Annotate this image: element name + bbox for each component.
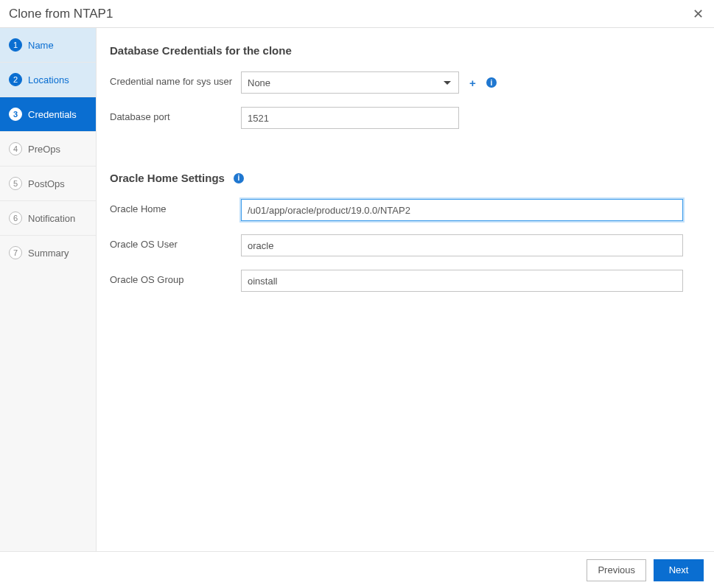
step-number: 6 — [9, 211, 22, 225]
info-icon[interactable]: i — [234, 173, 244, 183]
next-button[interactable]: Next — [654, 559, 704, 581]
step-label: Name — [28, 40, 54, 51]
oracle-os-group-input[interactable] — [241, 270, 683, 292]
row-oracle-os-group: Oracle OS Group — [110, 270, 689, 292]
step-preops[interactable]: 4 PreOps — [0, 132, 96, 167]
step-label: Summary — [28, 248, 69, 259]
step-label: PostOps — [28, 178, 65, 189]
section-title-text: Oracle Home Settings — [110, 172, 225, 184]
section-title-oracle-home: Oracle Home Settings i — [110, 172, 689, 184]
dialog-footer: Previous Next — [0, 551, 714, 588]
step-number: 5 — [9, 177, 22, 190]
section-title-credentials: Database Credentials for the clone — [110, 44, 689, 57]
credential-name-select[interactable]: None — [241, 71, 459, 94]
step-number: 3 — [9, 108, 22, 121]
step-label: PreOps — [28, 144, 60, 155]
step-number: 1 — [9, 38, 22, 52]
oracle-home-input[interactable] — [241, 199, 683, 221]
database-port-input[interactable] — [241, 107, 459, 129]
step-credentials[interactable]: 3 Credentials — [0, 97, 96, 132]
step-label: Notification — [28, 213, 75, 224]
plus-icon[interactable]: + — [469, 77, 476, 89]
label-oracle-os-user: Oracle OS User — [110, 234, 241, 250]
close-icon[interactable]: ✕ — [693, 7, 704, 21]
step-number: 4 — [9, 142, 22, 155]
row-credential-name: Credential name for sys user None + i — [110, 71, 689, 94]
oracle-os-user-input[interactable] — [241, 234, 683, 256]
step-label: Locations — [28, 74, 69, 85]
step-locations[interactable]: 2 Locations — [0, 63, 96, 97]
dialog-header: Clone from NTAP1 ✕ — [0, 0, 714, 28]
label-oracle-os-group: Oracle OS Group — [110, 270, 241, 285]
label-database-port: Database port — [110, 107, 241, 122]
row-database-port: Database port — [110, 107, 689, 129]
step-label: Credentials — [28, 109, 77, 120]
step-summary[interactable]: 7 Summary — [0, 236, 96, 270]
step-number: 7 — [9, 246, 22, 259]
main-content: Database Credentials for the clone Crede… — [97, 28, 714, 551]
dialog-body: 1 Name 2 Locations 3 Credentials 4 PreOp… — [0, 28, 714, 551]
spacer — [110, 142, 689, 172]
step-name[interactable]: 1 Name — [0, 28, 96, 63]
section-title-text: Database Credentials for the clone — [110, 44, 292, 57]
previous-button[interactable]: Previous — [587, 559, 646, 581]
label-credential-name: Credential name for sys user — [110, 71, 241, 87]
step-notification[interactable]: 6 Notification — [0, 201, 96, 236]
row-oracle-home: Oracle Home — [110, 199, 689, 221]
row-oracle-os-user: Oracle OS User — [110, 234, 689, 256]
info-icon[interactable]: i — [486, 77, 497, 88]
label-oracle-home: Oracle Home — [110, 199, 241, 214]
wizard-sidebar: 1 Name 2 Locations 3 Credentials 4 PreOp… — [0, 28, 97, 551]
step-number: 2 — [9, 73, 22, 86]
dialog-title: Clone from NTAP1 — [9, 7, 113, 21]
step-postops[interactable]: 5 PostOps — [0, 167, 96, 201]
